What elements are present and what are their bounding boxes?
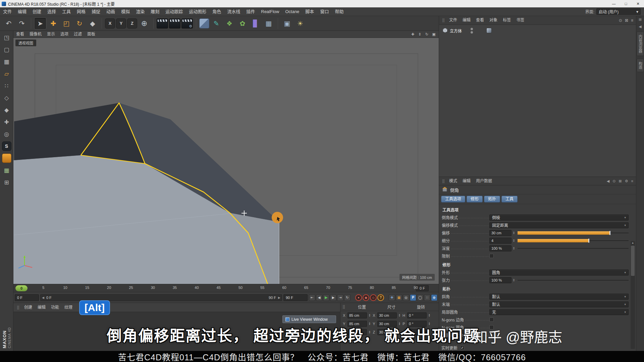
spinner-icon[interactable]: ▲▼ bbox=[428, 314, 430, 317]
depth-slider[interactable] bbox=[518, 246, 629, 250]
polygons-mode-icon[interactable]: ◆ bbox=[2, 105, 11, 115]
menubar-item-19[interactable]: 窗口 bbox=[317, 7, 332, 16]
autokey-lock-toggle-button[interactable]: ⊙ bbox=[431, 294, 437, 301]
attribute-tab-0[interactable]: 工具选项 bbox=[441, 196, 465, 202]
y-axis-lock-icon[interactable]: Y bbox=[116, 18, 126, 28]
viewport-menu-3[interactable]: 选项 bbox=[58, 31, 71, 38]
record-rotation-toggle-button[interactable]: ◎ bbox=[403, 294, 409, 301]
offset-input[interactable]: 30 cm bbox=[489, 230, 512, 236]
spinner-icon[interactable]: ▲▼ bbox=[513, 231, 515, 235]
rotate-tool-icon[interactable]: ↻ bbox=[73, 17, 86, 29]
attribute-tab-1[interactable]: 修形 bbox=[467, 196, 483, 202]
rotation-h-input[interactable]: 0 ° bbox=[407, 312, 427, 318]
depth-input[interactable]: 100 % bbox=[489, 245, 512, 251]
maximize-button[interactable]: □ bbox=[620, 0, 632, 7]
menubar-item-1[interactable]: 编辑 bbox=[15, 7, 30, 16]
spinner-icon[interactable]: ▲▼ bbox=[369, 314, 371, 317]
record-scale-toggle-button[interactable]: ▦ bbox=[396, 294, 402, 301]
shape-dropdown[interactable]: 圆角▾ bbox=[489, 269, 629, 276]
z-axis-lock-icon[interactable]: Z bbox=[127, 18, 137, 28]
range-right-arrow-icon[interactable]: ▶ bbox=[278, 296, 280, 299]
attribute-manager-menu-0[interactable]: 模式 bbox=[446, 177, 460, 185]
lock-workplane-icon[interactable]: ⊞ bbox=[2, 178, 11, 187]
minimize-button[interactable]: — bbox=[608, 0, 620, 7]
visibility-dots[interactable] bbox=[471, 28, 473, 34]
zoom-view-icon[interactable]: ⇕ bbox=[417, 32, 423, 37]
play-mode-loop-button[interactable]: ↻ bbox=[344, 294, 351, 301]
workplane-grid-icon[interactable]: ▦ bbox=[2, 166, 11, 175]
record-pla-toggle-button[interactable]: ◯ bbox=[417, 294, 423, 301]
menubar-item-14[interactable]: 流水线 bbox=[224, 7, 243, 16]
interface-dropdown[interactable]: 启动 (用户) ▾ bbox=[596, 8, 641, 15]
lock-icon[interactable]: ⊠ bbox=[625, 18, 628, 23]
attribute-manager-menu-1[interactable]: 编辑 bbox=[460, 177, 473, 185]
offset-mode-dropdown[interactable]: 固定距离▾ bbox=[489, 222, 629, 228]
menubar-item-6[interactable]: 捕捉 bbox=[89, 7, 103, 16]
undo-icon[interactable]: ↶ bbox=[3, 17, 15, 29]
settings-gear-icon[interactable]: ⚙ bbox=[625, 179, 628, 183]
add-mograph-icon[interactable]: ✿ bbox=[236, 17, 249, 29]
object-manager-menu-3[interactable]: 对象 bbox=[487, 16, 500, 24]
start-frame-input[interactable]: 0 F bbox=[15, 294, 39, 301]
object-manager-menu-5[interactable]: 书签 bbox=[514, 16, 527, 24]
menubar-item-9[interactable]: 渲染 bbox=[133, 7, 148, 16]
panel-grip-icon[interactable]: ⣿ bbox=[342, 305, 345, 309]
limit-checkbox[interactable] bbox=[489, 254, 494, 258]
record-parameter-toggle-button[interactable]: P bbox=[410, 294, 416, 301]
coordinate-system-icon[interactable]: ⊕ bbox=[138, 17, 150, 29]
search-icon[interactable]: ⊙ bbox=[619, 18, 622, 23]
menubar-item-16[interactable]: RealFlow bbox=[258, 7, 282, 16]
add-generator-icon[interactable]: ❖ bbox=[223, 17, 235, 29]
add-environment-icon[interactable]: ▦ bbox=[263, 17, 275, 29]
last-used-tool-bevel-icon[interactable]: ◆ bbox=[87, 17, 99, 29]
object-name[interactable]: 立方体 bbox=[450, 28, 462, 34]
menu-icon[interactable]: ≡ bbox=[631, 18, 633, 23]
materials-menu-1[interactable]: 编辑 bbox=[35, 303, 48, 312]
object-manager-menu-1[interactable]: 编辑 bbox=[460, 16, 473, 24]
menubar-item-18[interactable]: 脚本 bbox=[302, 7, 317, 16]
attribute-scrollbar[interactable]: ▲ bbox=[631, 241, 635, 349]
menubar-item-17[interactable]: Octane bbox=[282, 7, 302, 16]
go-to-start-button[interactable]: ⇤ bbox=[309, 294, 315, 301]
live-selection-tool-icon[interactable]: ➤ bbox=[34, 17, 46, 29]
size-x-input[interactable]: 30 cm bbox=[377, 312, 397, 318]
menubar-item-4[interactable]: 工具 bbox=[59, 7, 74, 16]
add-light-icon[interactable]: ☀ bbox=[294, 17, 306, 29]
attribute-tab-3[interactable]: 工具 bbox=[501, 196, 518, 202]
keyframe-preset-toggle-button[interactable]: ∷ bbox=[424, 294, 430, 301]
spinner-icon[interactable]: ▲▼ bbox=[513, 279, 515, 282]
viewport-menu-1[interactable]: 摄像机 bbox=[27, 31, 44, 38]
render-to-picture-viewer-icon[interactable] bbox=[169, 18, 180, 28]
subdivision-slider[interactable] bbox=[518, 239, 629, 243]
enable-axis-mode-icon[interactable]: ✚ bbox=[2, 117, 11, 127]
materials-menu-0[interactable]: 创建 bbox=[21, 303, 35, 312]
menubar-item-5[interactable]: 网格 bbox=[74, 7, 89, 16]
preview-range-slider[interactable]: ◀ 0 F 90 F ▶ bbox=[40, 294, 282, 301]
close-button[interactable]: ✕ bbox=[632, 0, 644, 7]
next-frame-button[interactable]: ▶ bbox=[330, 294, 336, 301]
play-forward-button[interactable]: ▶ bbox=[323, 294, 329, 301]
end-frame-input[interactable]: 90 F bbox=[283, 294, 308, 301]
render-settings-icon[interactable] bbox=[181, 18, 193, 28]
paint-bucket-icon[interactable] bbox=[2, 154, 11, 163]
object-row-cube[interactable]: 立方体 bbox=[439, 27, 636, 34]
pan-view-icon[interactable]: ✚ bbox=[410, 32, 416, 37]
range-left-arrow-icon[interactable]: ◀ bbox=[42, 296, 44, 299]
record-position-toggle-button[interactable]: ✚ bbox=[389, 294, 395, 301]
miter-dropdown[interactable]: 默认▾ bbox=[489, 294, 629, 300]
workplane-mode-icon[interactable]: ▱ bbox=[2, 69, 11, 78]
mesh-front-face[interactable] bbox=[13, 155, 268, 284]
tension-slider[interactable] bbox=[518, 278, 629, 282]
make-editable-icon[interactable]: ◳ bbox=[2, 33, 11, 42]
panel-grip-icon[interactable]: ⣿ bbox=[17, 305, 19, 310]
viewport-menu-4[interactable]: 过滤 bbox=[71, 31, 85, 38]
points-mode-icon[interactable]: ∷ bbox=[2, 81, 11, 90]
live-viewer-window-button[interactable]: Live Viewer Window bbox=[282, 315, 336, 323]
object-manager-menu-2[interactable]: 查看 bbox=[473, 16, 487, 24]
current-frame-marker[interactable]: 0 bbox=[15, 285, 28, 291]
redo-icon[interactable]: ↷ bbox=[16, 17, 28, 29]
menubar-item-10[interactable]: 雕刻 bbox=[148, 7, 162, 16]
ends-dropdown[interactable]: 默认▾ bbox=[489, 301, 629, 307]
viewport-menu-0[interactable]: 查看 bbox=[13, 31, 27, 38]
menubar-item-0[interactable]: 文件 bbox=[0, 7, 15, 16]
